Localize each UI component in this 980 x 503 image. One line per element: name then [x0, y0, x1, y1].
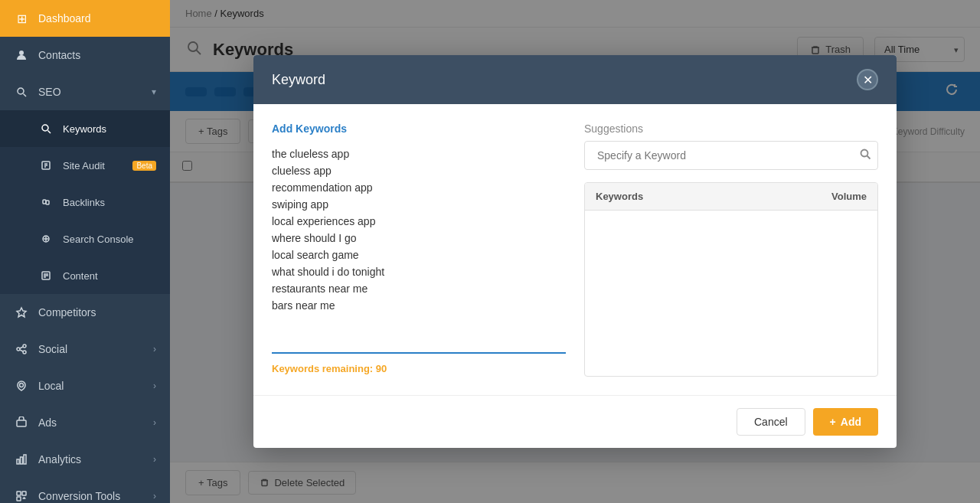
list-item: local search game: [272, 247, 566, 263]
svg-line-2: [24, 94, 27, 97]
local-icon: [14, 378, 29, 394]
sidebar-item-keywords[interactable]: Keywords: [0, 110, 170, 147]
sidebar-item-label: Content: [63, 270, 156, 282]
sidebar-item-label: Contacts: [38, 49, 156, 61]
svg-line-20: [20, 347, 23, 348]
chevron-right-icon: ›: [153, 454, 156, 465]
sidebar-item-competitors[interactable]: Competitors: [0, 294, 170, 331]
ads-icon: [14, 415, 29, 430]
svg-rect-29: [17, 497, 21, 501]
modal-left-panel: Add Keywords the clueless app clueless a…: [272, 122, 566, 377]
keyword-modal: Keyword ✕ Add Keywords the clueless app …: [253, 55, 897, 448]
svg-line-4: [48, 131, 51, 134]
sidebar-item-label: Dashboard: [38, 12, 156, 24]
svg-rect-28: [22, 492, 26, 495]
svg-rect-10: [46, 201, 49, 204]
svg-rect-27: [17, 492, 21, 495]
svg-line-36: [867, 156, 871, 159]
sidebar: ⊞ Dashboard Contacts SEO ▾ Keywords: [0, 0, 170, 503]
list-item: the clueless app: [272, 145, 566, 162]
sidebar-item-label: Search Console: [63, 234, 156, 245]
add-button[interactable]: + Add: [813, 408, 878, 436]
sidebar-item-label: Local: [38, 380, 144, 392]
seo-icon: [14, 84, 29, 100]
keywords-remaining-label: Keywords remaining:: [272, 363, 373, 374]
list-item: where should I go: [272, 230, 566, 247]
sidebar-item-social[interactable]: Social ›: [0, 331, 170, 367]
chevron-down-icon: ▾: [152, 87, 156, 97]
add-label: Add: [841, 416, 861, 428]
sidebar-item-dashboard[interactable]: ⊞ Dashboard: [0, 0, 170, 37]
suggestions-table: Keywords Volume: [584, 182, 878, 377]
list-item: restaurants near me: [272, 280, 566, 297]
svg-line-21: [20, 350, 23, 351]
sidebar-item-analytics[interactable]: Analytics ›: [0, 441, 170, 478]
modal-body: Add Keywords the clueless app clueless a…: [253, 104, 897, 395]
sidebar-item-backlinks[interactable]: Backlinks: [0, 184, 170, 220]
keyword-list: the clueless app clueless app recommenda…: [272, 145, 566, 314]
keyword-search-box: [584, 141, 878, 170]
search-console-icon: [38, 231, 54, 247]
sidebar-item-content[interactable]: Content: [0, 257, 170, 294]
svg-rect-26: [24, 455, 26, 464]
col-keywords-header: Keywords: [596, 191, 805, 202]
sidebar-item-label: Ads: [38, 416, 144, 429]
svg-point-35: [861, 150, 868, 157]
chevron-right-icon: ›: [153, 417, 156, 428]
suggestions-table-header: Keywords Volume: [585, 183, 877, 211]
keywords-remaining-count: 90: [376, 363, 387, 374]
social-icon: [14, 341, 29, 357]
site-audit-icon: [38, 158, 54, 173]
modal-title: Keyword: [272, 72, 325, 88]
conversion-tools-icon: [14, 488, 29, 503]
list-item: clueless app: [272, 162, 566, 179]
sidebar-item-label: Competitors: [38, 306, 156, 318]
sidebar-item-ads[interactable]: Ads ›: [0, 404, 170, 441]
cancel-button[interactable]: Cancel: [737, 408, 805, 436]
svg-point-18: [23, 345, 26, 348]
close-icon: ✕: [863, 73, 873, 87]
new-keyword-input[interactable]: [272, 331, 566, 354]
sidebar-item-label: Site Audit: [63, 160, 120, 171]
list-item: bars near me: [272, 297, 566, 314]
svg-point-19: [23, 351, 26, 354]
sidebar-item-site-audit[interactable]: Site Audit Beta: [0, 147, 170, 184]
list-item: local experiences app: [272, 213, 566, 230]
svg-rect-23: [17, 420, 26, 426]
sidebar-item-search-console[interactable]: Search Console: [0, 220, 170, 257]
sidebar-item-label: Social: [38, 343, 144, 355]
svg-point-22: [20, 384, 24, 387]
sidebar-item-seo[interactable]: SEO ▾: [0, 73, 170, 110]
dashboard-icon: ⊞: [14, 11, 29, 26]
backlinks-icon: [38, 194, 54, 210]
svg-point-0: [19, 51, 24, 55]
chevron-right-icon: ›: [153, 491, 156, 501]
chevron-right-icon: ›: [153, 381, 156, 391]
search-icon[interactable]: [859, 148, 871, 163]
suggestions-table-body: [585, 211, 877, 310]
svg-marker-16: [17, 308, 26, 317]
svg-rect-24: [17, 459, 19, 464]
sidebar-item-label: Backlinks: [63, 197, 156, 208]
modal-header: Keyword ✕: [253, 55, 897, 104]
sidebar-item-contacts[interactable]: Contacts: [0, 37, 170, 73]
col-volume-header: Volume: [805, 191, 867, 202]
sidebar-item-local[interactable]: Local ›: [0, 367, 170, 404]
competitors-icon: [14, 305, 29, 320]
add-keywords-label: Add Keywords: [272, 122, 566, 135]
add-icon: +: [830, 416, 836, 428]
modal-overlay: Keyword ✕ Add Keywords the clueless app …: [170, 0, 980, 503]
modal-close-button[interactable]: ✕: [857, 69, 878, 90]
beta-badge: Beta: [132, 161, 156, 171]
keyword-search-input[interactable]: [591, 142, 859, 169]
analytics-icon: [14, 452, 29, 467]
svg-point-3: [42, 125, 48, 131]
keywords-icon: [38, 121, 54, 136]
suggestions-label: Suggestions: [584, 122, 878, 135]
sidebar-item-label: Analytics: [38, 453, 144, 465]
sidebar-item-conversion-tools[interactable]: Conversion Tools ›: [0, 478, 170, 503]
modal-right-panel: Suggestions Keywords Volume: [584, 122, 878, 377]
list-item: recommendation app: [272, 179, 566, 196]
main-content: Home / Keywords Keywords Trash All Time …: [170, 0, 980, 503]
content-icon: [38, 268, 54, 283]
